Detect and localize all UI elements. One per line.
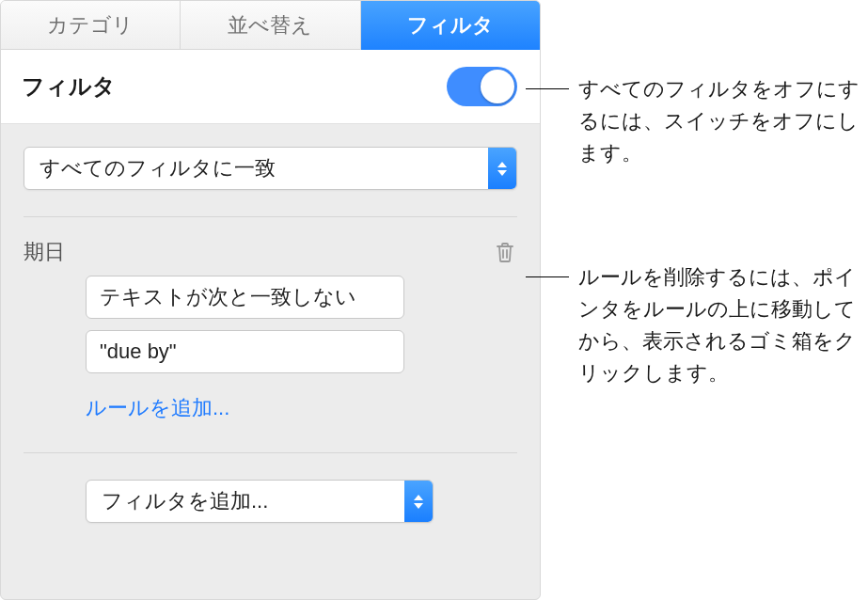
rule-condition-select[interactable]: テキストが次と一致しない [86,276,404,319]
rule-header: 期日 [24,217,517,276]
tab-category[interactable]: カテゴリ [1,1,181,50]
tab-sort[interactable]: 並べ替え [181,1,360,50]
rule-value-input[interactable]: "due by" [86,330,404,373]
filter-title: フィルタ [22,71,116,102]
chevron-down-icon [414,503,423,509]
callout-trash: ルールを削除するには、ポインタをルールの上に移動してから、表示されるゴミ箱をクリ… [578,261,868,389]
stepper-icon [404,481,433,522]
toggle-knob [481,70,514,103]
rule-field-label: 期日 [24,238,65,266]
chevron-up-icon [497,162,507,167]
filter-header: フィルタ [1,50,540,124]
divider [24,452,517,453]
annotation-area: すべてのフィルタをオフにするには、スイッチをオフにします。 ルールを削除するには… [541,0,868,600]
tab-filter[interactable]: フィルタ [361,1,540,50]
rule-body: テキストが次と一致しない "due by" ルールを追加... [24,276,517,422]
filter-panel: カテゴリ 並べ替え フィルタ フィルタ すべてのフィルタに一致 期日 [0,0,541,600]
callout-toggle-text: すべてのフィルタをオフにするには、スイッチをオフにします。 [578,77,860,165]
add-filter-row: フィルタを追加... [24,480,517,551]
filter-toggle[interactable] [447,67,517,106]
match-mode-label: すべてのフィルタに一致 [24,148,488,189]
stepper-icon [488,148,516,189]
trash-icon[interactable] [495,241,515,263]
match-mode-select[interactable]: すべてのフィルタに一致 [24,147,517,190]
add-rule-link[interactable]: ルールを追加... [86,385,404,422]
add-filter-label: フィルタを追加... [87,481,404,522]
chevron-up-icon [414,495,423,500]
add-filter-select[interactable]: フィルタを追加... [86,480,434,523]
filter-body: すべてのフィルタに一致 期日 テキストが次と一致しない "due by" ルール… [1,124,540,551]
callout-toggle: すべてのフィルタをオフにするには、スイッチをオフにします。 [578,73,860,169]
callout-line [526,276,569,277]
tab-bar: カテゴリ 並べ替え フィルタ [1,1,540,50]
chevron-down-icon [497,170,507,176]
callout-trash-text: ルールを削除するには、ポインタをルールの上に移動してから、表示されるゴミ箱をクリ… [578,265,856,385]
callout-line [526,88,569,89]
